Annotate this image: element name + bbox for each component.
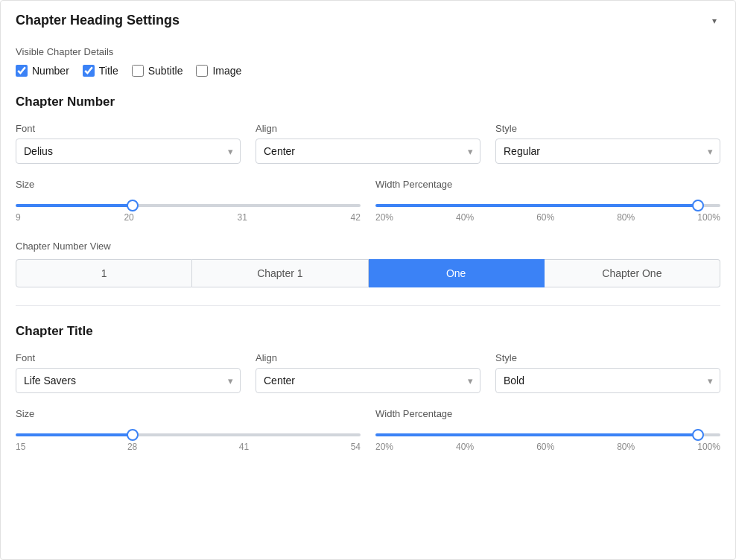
page-title: Chapter Heading Settings	[16, 13, 180, 28]
view-option-chapter1[interactable]: Chapter 1	[192, 259, 368, 287]
align-label-number: Align	[256, 123, 480, 134]
font-group-number: Font Delius	[16, 123, 241, 164]
slider-row-number: Size 9 20 31 42 Width Percentage 20%	[16, 179, 720, 223]
checkbox-image[interactable]: Image	[196, 65, 241, 77]
main-container: Chapter Heading Settings ▾ Visible Chapt…	[0, 0, 736, 560]
visible-details-section: Visible Chapter Details Number Title Sub…	[16, 46, 720, 77]
width-ticks-title: 20% 40% 60% 80% 100%	[375, 442, 720, 452]
style-label-title: Style	[495, 352, 720, 363]
size-slider-number[interactable]	[16, 204, 361, 207]
chapter-title-heading: Chapter Title	[16, 324, 720, 339]
chevron-down-icon[interactable]: ▾	[708, 15, 720, 27]
width-slider-number[interactable]	[375, 204, 720, 207]
checkbox-image-input[interactable]	[196, 65, 208, 77]
checkbox-image-label: Image	[212, 65, 241, 77]
font-group-title: Font Life Savers	[16, 352, 241, 393]
checkbox-title[interactable]: Title	[83, 65, 118, 77]
style-group-number: Style Regular	[495, 123, 720, 164]
align-label-title: Align	[256, 352, 480, 363]
size-group-title: Size 15 28 41 54	[16, 408, 361, 452]
style-select-wrapper-number: Regular	[495, 139, 720, 164]
chapter-title-section: Chapter Title Font Life Savers Align Cen…	[16, 324, 720, 452]
align-group-title: Align Center	[256, 352, 480, 393]
size-group-number: Size 9 20 31 42	[16, 179, 361, 223]
size-ticks-number: 9 20 31 42	[16, 212, 361, 223]
width-slider-container-number: 20% 40% 60% 80% 100%	[375, 194, 720, 223]
size-label-number: Size	[16, 179, 361, 190]
chapter-title-form-row: Font Life Savers Align Center Style	[16, 352, 720, 393]
font-label-number: Font	[16, 123, 241, 134]
style-select-title[interactable]: Bold	[495, 368, 720, 393]
size-slider-container-number: 9 20 31 42	[16, 194, 361, 223]
chapter-number-section: Chapter Number Font Delius Align Center	[16, 95, 720, 287]
font-select-number[interactable]: Delius	[16, 139, 241, 164]
view-option-one[interactable]: One	[369, 259, 545, 287]
checkbox-title-input[interactable]	[83, 65, 95, 77]
align-select-wrapper-number: Center	[256, 139, 480, 164]
checkbox-number-input[interactable]	[16, 65, 28, 77]
checkbox-subtitle-label: Subtitle	[148, 65, 183, 77]
view-options-label: Chapter Number View	[16, 241, 720, 252]
style-group-title: Style Bold	[495, 352, 720, 393]
checkbox-subtitle[interactable]: Subtitle	[132, 65, 183, 77]
size-label-title: Size	[16, 408, 361, 419]
size-slider-container-title: 15 28 41 54	[16, 424, 361, 452]
font-label-title: Font	[16, 352, 241, 363]
checkbox-subtitle-input[interactable]	[132, 65, 144, 77]
visible-details-label: Visible Chapter Details	[16, 46, 720, 57]
font-select-title[interactable]: Life Savers	[16, 368, 241, 393]
page-header: Chapter Heading Settings ▾	[16, 13, 720, 31]
checkbox-group: Number Title Subtitle Image	[16, 65, 720, 77]
view-options-section: Chapter Number View 1 Chapter 1 One Chap…	[16, 241, 720, 287]
slider-row-title: Size 15 28 41 54 Width Percentage 20	[16, 408, 720, 452]
width-slider-title[interactable]	[375, 433, 720, 436]
style-select-wrapper-title: Bold	[495, 368, 720, 393]
checkbox-number[interactable]: Number	[16, 65, 69, 77]
width-label-title: Width Percentage	[375, 408, 720, 419]
view-option-1[interactable]: 1	[16, 259, 192, 287]
align-group-number: Align Center	[256, 123, 480, 164]
style-select-number[interactable]: Regular	[495, 139, 720, 164]
chapter-number-title: Chapter Number	[16, 95, 720, 109]
align-select-wrapper-title: Center	[256, 368, 480, 393]
checkbox-number-label: Number	[32, 65, 69, 77]
view-option-chapter-one[interactable]: Chapter One	[545, 259, 720, 287]
font-select-wrapper-title: Life Savers	[16, 368, 241, 393]
width-ticks-number: 20% 40% 60% 80% 100%	[375, 212, 720, 223]
section-divider	[16, 305, 720, 306]
width-label-number: Width Percentage	[375, 179, 720, 190]
style-label-number: Style	[495, 123, 720, 134]
size-slider-title[interactable]	[16, 433, 361, 436]
width-slider-container-title: 20% 40% 60% 80% 100%	[375, 424, 720, 452]
font-select-wrapper-number: Delius	[16, 139, 241, 164]
width-group-title: Width Percentage 20% 40% 60% 80% 100%	[375, 408, 720, 452]
size-ticks-title: 15 28 41 54	[16, 442, 361, 452]
align-select-number[interactable]: Center	[256, 139, 480, 164]
align-select-title[interactable]: Center	[256, 368, 480, 393]
checkbox-title-label: Title	[99, 65, 118, 77]
chapter-number-form-row: Font Delius Align Center Style	[16, 123, 720, 164]
width-group-number: Width Percentage 20% 40% 60% 80% 100%	[375, 179, 720, 223]
view-options-group: 1 Chapter 1 One Chapter One	[16, 259, 720, 287]
